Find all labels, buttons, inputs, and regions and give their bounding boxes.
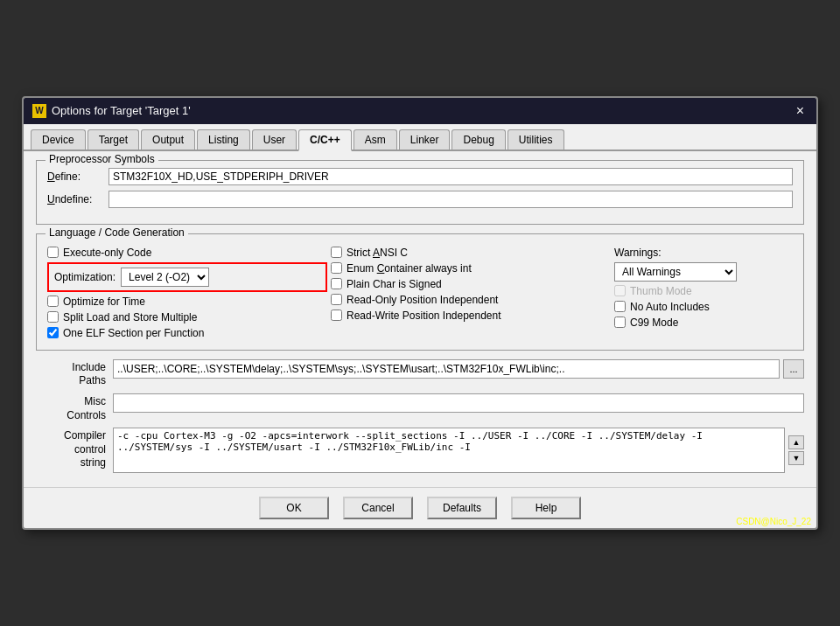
no-auto-includes-label: No Auto Includes (630, 301, 710, 313)
cancel-button[interactable]: Cancel (343, 497, 413, 519)
compiler-control-row: Compilercontrolstring -c -cpu Cortex-M3 … (36, 428, 804, 473)
scroll-down-button[interactable]: ▼ (788, 451, 804, 465)
include-paths-label: IncludePaths (36, 359, 106, 388)
split-load-row[interactable]: Split Load and Store Multiple (47, 311, 327, 323)
compiler-control-label: Compilercontrolstring (36, 428, 106, 470)
misc-controls-label: MiscControls (36, 393, 106, 422)
plain-char-check[interactable] (331, 278, 342, 289)
tab-cpp[interactable]: C/C++ (298, 129, 352, 151)
app-icon: W (32, 104, 46, 118)
execute-only-check[interactable] (47, 247, 59, 258)
tab-debug[interactable]: Debug (452, 129, 505, 150)
title-bar: W Options for Target 'Target 1' × (24, 98, 816, 124)
optimization-row: Optimization: Level 0 (-O0) Level 1 (-O1… (47, 262, 327, 292)
col3: Warnings: No Warnings All Warnings Warni… (614, 247, 793, 339)
one-elf-label: One ELF Section per Function (63, 327, 204, 339)
enum-container-label: Enum Container always int (346, 262, 472, 275)
warnings-label: Warnings: (614, 247, 793, 259)
read-only-pos-row[interactable]: Read-Only Position Independent (331, 294, 611, 306)
scroll-up-button[interactable]: ▲ (788, 435, 804, 449)
strict-ansi-label: Strict ANSI C (346, 247, 408, 259)
c99-mode-row[interactable]: C99 Mode (614, 316, 793, 329)
language-group: Language / Code Generation Execute-only … (36, 233, 804, 351)
undefine-input[interactable] (108, 191, 793, 208)
tab-listing[interactable]: Listing (197, 129, 250, 150)
execute-only-row[interactable]: Execute-only Code (47, 247, 327, 259)
include-paths-row: IncludePaths ... (36, 359, 804, 388)
tab-target[interactable]: Target (88, 129, 139, 150)
include-paths-input[interactable] (113, 359, 780, 379)
read-only-pos-label: Read-Only Position Independent (346, 294, 498, 306)
split-load-label: Split Load and Store Multiple (63, 311, 197, 323)
plain-char-label: Plain Char is Signed (346, 278, 442, 290)
read-write-pos-check[interactable] (331, 310, 342, 321)
optimize-time-label: Optimize for Time (63, 296, 145, 308)
define-label: Define: (47, 170, 108, 183)
footer: OK Cancel Defaults Help (24, 487, 816, 528)
col2: Strict ANSI C Enum Container always int … (331, 247, 611, 339)
close-button[interactable]: × (793, 103, 808, 119)
no-auto-includes-row[interactable]: No Auto Includes (614, 301, 793, 313)
preprocessor-label: Preprocessor Symbols (46, 153, 158, 165)
tab-device[interactable]: Device (31, 129, 86, 150)
warnings-select[interactable]: No Warnings All Warnings Warnings as Err… (614, 262, 737, 282)
misc-controls-row: MiscControls (36, 393, 804, 422)
tab-linker[interactable]: Linker (399, 129, 451, 150)
help-button[interactable]: Help (511, 497, 581, 519)
compiler-control-input[interactable]: -c -cpu Cortex-M3 -g -O2 -apcs=interwork… (113, 428, 785, 473)
plain-char-row[interactable]: Plain Char is Signed (331, 278, 611, 290)
one-elf-row[interactable]: One ELF Section per Function (47, 327, 327, 339)
read-write-pos-label: Read-Write Position Independent (346, 310, 501, 322)
split-load-check[interactable] (47, 311, 59, 323)
misc-controls-input[interactable] (113, 393, 804, 413)
language-label: Language / Code Generation (46, 226, 188, 239)
no-auto-includes-check[interactable] (614, 301, 626, 312)
tab-asm[interactable]: Asm (354, 129, 397, 150)
thumb-mode-row[interactable]: Thumb Mode (614, 285, 793, 297)
define-input[interactable] (108, 168, 793, 185)
optimization-label: Optimization: (54, 271, 116, 283)
thumb-mode-check[interactable] (614, 285, 626, 296)
read-only-pos-check[interactable] (331, 294, 342, 305)
c99-mode-label: C99 Mode (630, 316, 678, 329)
tab-utilities[interactable]: Utilities (508, 129, 564, 150)
tab-user[interactable]: User (252, 129, 297, 150)
strict-ansi-check[interactable] (331, 247, 342, 258)
execute-only-label: Execute-only Code (63, 247, 151, 259)
optimize-time-check[interactable] (47, 296, 59, 307)
defaults-button[interactable]: Defaults (427, 497, 497, 519)
optimization-select[interactable]: Level 0 (-O0) Level 1 (-O1) Level 2 (-O2… (121, 268, 209, 287)
tabs-row: Device Target Output Listing User C/C++ … (24, 124, 816, 151)
watermark: CSDN@Nico_J_22 (736, 517, 811, 526)
thumb-mode-label: Thumb Mode (630, 285, 692, 297)
strict-ansi-row[interactable]: Strict ANSI C (331, 247, 611, 259)
include-paths-browse[interactable]: ... (783, 359, 804, 379)
one-elf-check[interactable] (47, 327, 59, 338)
ok-button[interactable]: OK (259, 497, 329, 519)
preprocessor-group: Preprocessor Symbols Define: Undefine: (36, 160, 804, 225)
col1: Execute-only Code Optimization: Level 0 … (47, 247, 327, 339)
undefine-label: Undefine: (47, 193, 108, 205)
dialog-title: Options for Target 'Target 1' (52, 104, 191, 117)
tab-output[interactable]: Output (141, 129, 195, 150)
enum-container-check[interactable] (331, 262, 342, 274)
c99-mode-check[interactable] (614, 316, 626, 328)
optimize-time-row[interactable]: Optimize for Time (47, 296, 327, 308)
enum-container-row[interactable]: Enum Container always int (331, 262, 611, 275)
read-write-pos-row[interactable]: Read-Write Position Independent (331, 310, 611, 322)
